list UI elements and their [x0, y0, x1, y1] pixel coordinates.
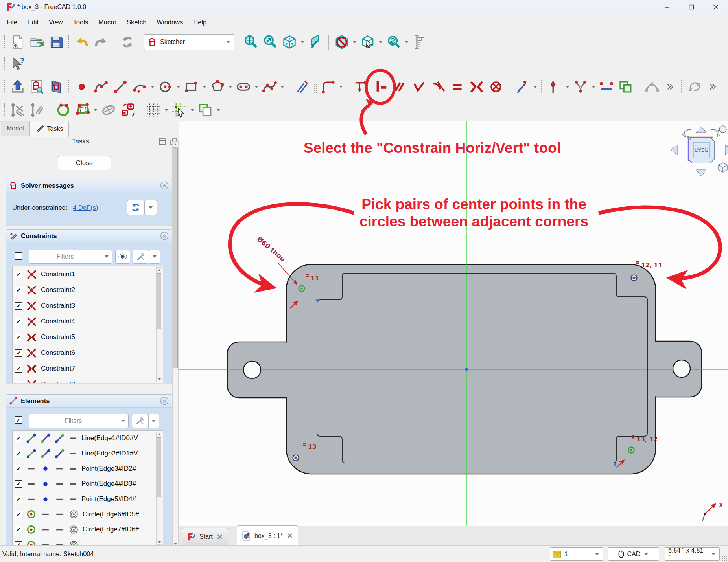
toggle-grid-button[interactable]: [144, 101, 162, 119]
constraint-row[interactable]: Constraint4: [13, 314, 163, 329]
constraint-checkbox[interactable]: [15, 287, 22, 294]
toggle-clipping-button[interactable]: [333, 33, 351, 51]
chevron-down-icon[interactable]: [203, 86, 206, 88]
element-checkbox[interactable]: [15, 526, 22, 533]
trim-edge-button[interactable]: [293, 78, 311, 96]
create-polyline-button[interactable]: [92, 78, 110, 96]
dimension-tools-button[interactable]: [513, 78, 531, 96]
constraint-row[interactable]: Constraint2: [13, 282, 163, 298]
constraint-checkbox[interactable]: [15, 302, 22, 310]
constraint-checkbox[interactable]: [15, 334, 22, 341]
solver-refresh-button[interactable]: [127, 200, 144, 215]
menu-macro[interactable]: Macro: [93, 16, 122, 28]
element-row[interactable]: Circle(Edge6#ID5#: [13, 507, 163, 522]
element-checkbox[interactable]: [15, 450, 22, 457]
symmetry-button[interactable]: [597, 78, 616, 96]
toggle-snap-button[interactable]: [170, 101, 188, 119]
redo-button[interactable]: [92, 33, 110, 51]
chevron-down-icon[interactable]: [592, 86, 595, 88]
toolbar-grip[interactable]: [68, 35, 70, 49]
zoom-fit-button[interactable]: [242, 33, 260, 51]
chevron-down-icon[interactable]: [566, 86, 569, 88]
menu-file[interactable]: File: [2, 16, 22, 28]
chevron-down-icon[interactable]: [300, 41, 304, 43]
constrain-perpendicular-button[interactable]: [410, 78, 428, 96]
bspline-control-polygon-button[interactable]: [74, 101, 92, 119]
elements-settings-button[interactable]: [132, 414, 148, 428]
constrain-block-button[interactable]: [487, 78, 505, 96]
create-point-button[interactable]: [73, 78, 91, 96]
constrain-parallel-button[interactable]: [391, 78, 409, 96]
chevron-down-icon[interactable]: [353, 41, 357, 43]
toolbar-grip[interactable]: [139, 35, 142, 49]
resize-grip[interactable]: [721, 556, 727, 561]
solver-options-button[interactable]: [144, 200, 157, 215]
chevron-down-icon[interactable]: [190, 109, 194, 111]
measure-button[interactable]: [411, 33, 429, 51]
chevron-down-icon[interactable]: [379, 41, 383, 43]
toolbar-grip[interactable]: [540, 80, 543, 94]
constraints-settings-dd-button[interactable]: [149, 250, 160, 264]
constraint-row[interactable]: Constraint8: [13, 377, 163, 383]
split-edge-button[interactable]: [571, 78, 590, 96]
isometric-view-button[interactable]: [280, 33, 299, 51]
constraints-show-hide-button[interactable]: [115, 250, 130, 264]
chevron-down-icon[interactable]: [280, 86, 284, 88]
element-row[interactable]: Circle(Edge7#ID6#: [13, 522, 163, 537]
elements-scrollbar[interactable]: [156, 432, 162, 545]
open-button[interactable]: [28, 33, 46, 51]
chevron-down-icon[interactable]: [177, 86, 181, 88]
navcube-face-label[interactable]: REAR: [694, 147, 708, 153]
dock-panel-icon[interactable]: [159, 138, 166, 145]
close-tab-icon[interactable]: ✕: [217, 533, 223, 542]
view-sketch-button[interactable]: [28, 78, 46, 96]
carbon-copy-button[interactable]: [119, 101, 137, 119]
constraint-row[interactable]: Constraint7: [13, 361, 163, 377]
element-row[interactable]: Point(Edge5#ID4#: [13, 492, 163, 507]
chevron-down-icon[interactable]: [229, 86, 232, 88]
chevron-down-icon[interactable]: [533, 86, 537, 88]
create-section-button[interactable]: [306, 33, 324, 51]
ellipse-tools-button[interactable]: [100, 101, 118, 119]
corner-circle-top-right[interactable]: [631, 275, 637, 281]
close-task-button[interactable]: Close: [58, 156, 111, 170]
dimension-display-selector[interactable]: 6.54 " x 4.81 ": [665, 547, 720, 561]
menu-windows[interactable]: Windows: [151, 16, 188, 28]
create-circle-button[interactable]: [157, 78, 175, 96]
refresh-button[interactable]: [118, 33, 136, 51]
dimension-button[interactable]: [352, 78, 370, 96]
right-tab-hole[interactable]: [673, 360, 690, 377]
external-geometry-tools-button[interactable]: [686, 78, 704, 96]
menu-edit[interactable]: Edit: [22, 16, 44, 28]
toolbar-grip[interactable]: [139, 103, 142, 117]
constrain-horizontal-vertical-button[interactable]: [371, 78, 389, 96]
elements-select-all-checkbox[interactable]: [15, 416, 22, 424]
navcube-mini-cube[interactable]: [719, 163, 727, 172]
element-row[interactable]: Point(Edge3#ID2#: [13, 461, 163, 476]
constraint-checkbox[interactable]: [15, 365, 22, 373]
workbench-selector[interactable]: Sketcher: [144, 34, 234, 50]
tab-start[interactable]: Start ✕: [182, 528, 228, 545]
create-arc-button[interactable]: [131, 78, 149, 96]
constrain-tangent-button[interactable]: [429, 78, 447, 96]
sync-view-button[interactable]: [385, 33, 403, 51]
chevron-down-icon[interactable]: [216, 109, 220, 111]
element-row-partial[interactable]: [13, 537, 163, 546]
save-button[interactable]: [47, 33, 65, 51]
constraint-row[interactable]: Constraint1: [13, 266, 163, 282]
menu-tools[interactable]: Tools: [68, 16, 94, 28]
menu-sketch[interactable]: Sketch: [122, 16, 151, 28]
constraint-row[interactable]: Constraint5: [13, 329, 163, 345]
layer-selector[interactable]: 1: [550, 547, 603, 561]
pocket-corner-node[interactable]: [614, 463, 616, 466]
element-checkbox[interactable]: [15, 480, 22, 488]
constraint-checkbox[interactable]: [15, 349, 22, 357]
chevron-down-icon[interactable]: [94, 109, 98, 111]
view-section-button[interactable]: [47, 78, 65, 96]
clone-button[interactable]: [617, 78, 635, 96]
constraint-checkbox[interactable]: [15, 271, 22, 278]
toolbar-grip[interactable]: [314, 80, 317, 94]
create-polygon-button[interactable]: [208, 78, 227, 96]
menu-view[interactable]: View: [44, 16, 68, 28]
chevron-down-icon[interactable]: [151, 86, 155, 88]
